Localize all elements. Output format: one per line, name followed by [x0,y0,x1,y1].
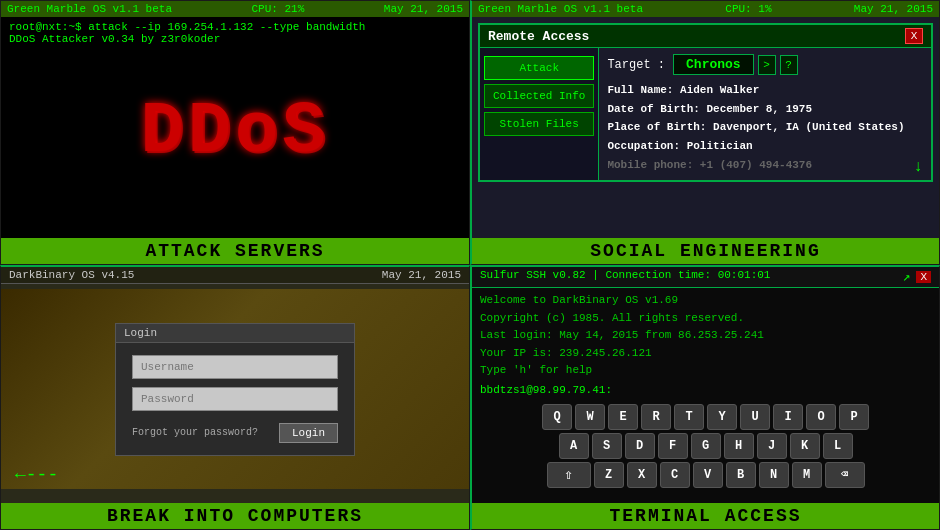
key-H[interactable]: H [724,433,754,459]
key-Q[interactable]: Q [542,404,572,430]
terminal-prompt: bbdtzs1@98.99.79.41: [472,384,939,400]
q1-cpu-label: CPU: 21% [252,3,305,15]
remote-content: Target : Chronos > ? Full Name: Aiden Wa… [599,48,931,180]
occupation-value: Politician [687,140,753,152]
target-help-button[interactable]: ? [780,55,798,75]
password-input[interactable] [132,387,338,411]
keyboard-row-2: A S D F G H J K L [480,433,931,459]
occupation-line: Occupation: Politician [607,137,923,156]
key-S[interactable]: S [592,433,622,459]
target-next-button[interactable]: > [758,55,776,75]
key-K[interactable]: K [790,433,820,459]
q3-os-label: DarkBinary OS v4.15 [9,269,134,281]
key-F[interactable]: F [658,433,688,459]
q4-close-button[interactable]: X [916,271,931,283]
backspace-key[interactable]: ⌫ [825,462,865,488]
key-T[interactable]: T [674,404,704,430]
remote-access-window: Remote Access X Attack Collected Info St… [478,23,933,182]
target-info: Full Name: Aiden Walker Date of Birth: D… [607,81,923,174]
pob-line: Place of Birth: Davenport, IA (United St… [607,118,923,137]
collected-info-button[interactable]: Collected Info [484,84,594,108]
q4-topbar-controls: ↗ X [903,269,931,285]
login-body: Forgot your password? Login [116,343,354,455]
target-label: Target : [607,58,665,72]
q1-date-label: May 21, 2015 [384,3,463,15]
key-Y[interactable]: Y [707,404,737,430]
q1-os-label: Green Marble OS v1.1 beta [7,3,172,15]
login-footer: Forgot your password? Login [132,423,338,443]
terminal-output: Welcome to DarkBinary OS v1.69 Copyright… [472,288,939,384]
key-U[interactable]: U [740,404,770,430]
key-I[interactable]: I [773,404,803,430]
q3-topbar: DarkBinary OS v4.15 May 21, 2015 [1,267,469,284]
q2-topbar: Green Marble OS v1.1 beta CPU: 1% May 21… [472,1,939,17]
keyboard-row-3: ⇧ Z X C V B N M ⌫ [480,462,931,488]
q4-section-label: TERMINAL ACCESS [472,503,939,529]
key-C[interactable]: C [660,462,690,488]
social-engineering-quadrant: Green Marble OS v1.1 beta CPU: 1% May 21… [470,0,940,265]
fullname-line: Full Name: Aiden Walker [607,81,923,100]
target-value: Chronos [673,54,754,75]
target-row: Target : Chronos > ? [607,54,923,75]
forgot-password-text: Forgot your password? [132,427,258,438]
dob-value: December 8, 1975 [706,103,812,115]
shift-key[interactable]: ⇧ [547,462,591,488]
key-J[interactable]: J [757,433,787,459]
attack-button[interactable]: Attack [484,56,594,80]
ddos-display: DDoS [1,57,469,207]
break-into-computers-quadrant: DarkBinary OS v4.15 May 21, 2015 Login F… [0,265,470,530]
q1-topbar: Green Marble OS v1.1 beta CPU: 21% May 2… [1,1,469,17]
remote-close-button[interactable]: X [905,28,923,44]
external-link-icon[interactable]: ↗ [903,269,911,285]
key-A[interactable]: A [559,433,589,459]
key-E[interactable]: E [608,404,638,430]
login-button[interactable]: Login [279,423,338,443]
key-M[interactable]: M [792,462,822,488]
pob-value: Davenport, IA (United States) [713,121,904,133]
mobile-line: Mobile phone: +1 (407) 494-4376 [607,156,923,175]
login-container: Login Forgot your password? Login [1,289,469,489]
terminal-access-quadrant: Sulfur SSH v0.82 | Connection time: 00:0… [470,265,940,530]
mobile-partial: Mobile phone: +1 (407) 494-4376 [607,159,812,171]
username-input[interactable] [132,355,338,379]
key-X[interactable]: X [627,462,657,488]
q3-section-label: BREAK INTO COMPUTERS [1,503,469,529]
login-window: Login Forgot your password? Login [115,323,355,456]
dob-label: Date of Birth: [607,103,699,115]
term-line-1: Welcome to DarkBinary OS v1.69 [480,292,931,310]
key-P[interactable]: P [839,404,869,430]
q1-cmd-line: root@nxt:~$ attack --ip 169.254.1.132 --… [9,21,461,33]
remote-titlebar: Remote Access X [480,25,931,48]
term-line-2: Copyright (c) 1985. All rights reserved. [480,310,931,328]
q2-os-label: Green Marble OS v1.1 beta [478,3,643,15]
remote-sidebar: Attack Collected Info Stolen Files [480,48,599,180]
remote-window-title: Remote Access [488,29,589,44]
scroll-down-icon: ↓ [913,158,923,176]
ddos-text: DDoS [141,91,330,173]
key-N[interactable]: N [759,462,789,488]
key-Z[interactable]: Z [594,462,624,488]
key-D[interactable]: D [625,433,655,459]
on-screen-keyboard: Q W E R T Y U I O P A S D F G H J K L [472,400,939,493]
key-W[interactable]: W [575,404,605,430]
key-R[interactable]: R [641,404,671,430]
term-line-5: Type 'h' for help [480,362,931,380]
key-V[interactable]: V [693,462,723,488]
key-G[interactable]: G [691,433,721,459]
pob-label: Place of Birth: [607,121,706,133]
q1-terminal: root@nxt:~$ attack --ip 169.254.1.132 --… [1,17,469,57]
key-O[interactable]: O [806,404,836,430]
keyboard-row-1: Q W E R T Y U I O P [480,404,931,430]
q1-sub-line: DDoS Attacker v0.34 by z3r0koder [9,33,461,45]
dob-line: Date of Birth: December 8, 1975 [607,100,923,119]
key-L[interactable]: L [823,433,853,459]
q2-cpu-label: CPU: 1% [725,3,771,15]
remote-body: Attack Collected Info Stolen Files Targe… [480,48,931,180]
fullname-label: Full Name: [607,84,673,96]
occupation-label: Occupation: [607,140,680,152]
login-titlebar: Login [116,324,354,343]
stolen-files-button[interactable]: Stolen Files [484,112,594,136]
key-B[interactable]: B [726,462,756,488]
attack-servers-quadrant: Green Marble OS v1.1 beta CPU: 21% May 2… [0,0,470,265]
q1-section-label: ATTACK SERVERS [1,238,469,264]
